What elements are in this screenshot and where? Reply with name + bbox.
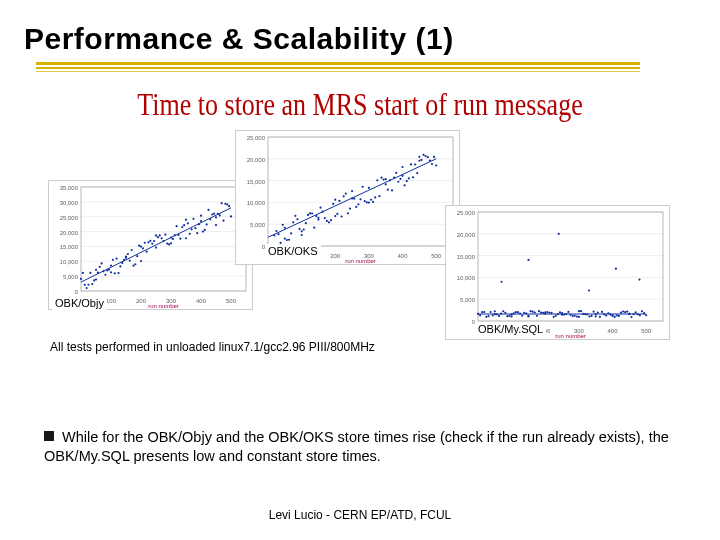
svg-point-140 [277, 233, 279, 235]
svg-point-179 [351, 190, 353, 192]
subtitle: Time to store an MRS start of run messag… [0, 86, 720, 124]
svg-point-222 [431, 163, 433, 165]
test-env-caption: All tests performed in unloaded linux7.1… [50, 340, 375, 354]
svg-point-111 [226, 203, 228, 205]
svg-point-185 [362, 186, 364, 188]
svg-point-203 [395, 172, 397, 174]
bullet-icon [44, 431, 54, 441]
svg-point-183 [357, 203, 359, 205]
svg-point-53 [129, 260, 131, 262]
svg-point-220 [427, 156, 429, 158]
svg-point-109 [222, 220, 224, 222]
svg-point-87 [185, 237, 187, 239]
svg-point-312 [601, 311, 603, 313]
svg-point-107 [219, 214, 221, 216]
svg-point-186 [364, 200, 366, 202]
svg-point-255 [494, 310, 496, 312]
svg-point-74 [164, 234, 166, 236]
svg-point-219 [425, 155, 427, 157]
svg-point-30 [91, 283, 93, 285]
svg-point-340 [588, 289, 590, 291]
svg-text:0: 0 [75, 289, 79, 295]
svg-point-83 [179, 238, 181, 240]
svg-point-252 [490, 311, 492, 313]
svg-point-209 [406, 180, 408, 182]
svg-point-167 [328, 221, 330, 223]
svg-point-62 [144, 242, 146, 244]
svg-point-257 [498, 315, 500, 317]
svg-point-328 [630, 316, 632, 318]
svg-point-25 [82, 272, 84, 274]
svg-point-205 [399, 178, 401, 180]
svg-point-323 [622, 310, 624, 312]
svg-point-325 [626, 310, 628, 312]
svg-point-99 [206, 223, 208, 225]
svg-point-168 [330, 219, 332, 221]
svg-text:200: 200 [330, 253, 341, 259]
svg-point-207 [401, 166, 403, 168]
svg-point-310 [597, 311, 599, 313]
svg-point-67 [153, 240, 155, 242]
svg-point-332 [639, 314, 641, 316]
svg-point-84 [181, 226, 183, 228]
svg-text:run number: run number [345, 258, 376, 264]
chart-label-oks: OBK/OKS [265, 244, 321, 258]
svg-point-277 [536, 315, 538, 317]
svg-point-212 [412, 176, 414, 178]
svg-point-81 [176, 225, 178, 227]
svg-point-103 [213, 213, 215, 215]
svg-point-105 [215, 224, 217, 226]
svg-text:400: 400 [196, 298, 207, 304]
svg-point-248 [481, 311, 483, 313]
svg-rect-134 [268, 137, 453, 246]
charts-area: 05,00010,00015,00020,00025,00030,00035,0… [0, 130, 720, 360]
svg-point-28 [87, 284, 89, 286]
chart-obk-objy: 05,00010,00015,00020,00025,00030,00035,0… [48, 180, 253, 310]
svg-point-165 [324, 217, 326, 219]
svg-point-76 [168, 243, 170, 245]
svg-point-149 [294, 215, 296, 217]
svg-point-33 [95, 278, 97, 280]
svg-point-297 [574, 315, 576, 317]
svg-point-330 [635, 311, 637, 313]
svg-text:25,000: 25,000 [457, 210, 476, 216]
svg-point-217 [420, 159, 422, 161]
svg-point-214 [416, 172, 418, 174]
svg-point-223 [433, 156, 435, 158]
svg-point-43 [112, 259, 114, 261]
svg-point-65 [149, 240, 151, 242]
svg-point-58 [138, 245, 140, 247]
svg-text:5,000: 5,000 [460, 297, 476, 303]
svg-point-170 [334, 199, 336, 201]
svg-point-86 [185, 219, 187, 221]
chart-label-mysql: OBK/My.SQL [475, 322, 546, 336]
svg-text:run number: run number [148, 303, 179, 309]
svg-point-163 [319, 207, 321, 209]
svg-point-266 [515, 311, 517, 313]
svg-point-189 [368, 202, 370, 204]
svg-point-156 [307, 214, 309, 216]
svg-point-146 [288, 239, 290, 241]
svg-point-194 [378, 195, 380, 197]
svg-point-78 [170, 242, 172, 244]
svg-point-195 [380, 177, 382, 179]
svg-point-339 [558, 233, 560, 235]
svg-point-143 [284, 227, 286, 229]
svg-point-36 [101, 262, 103, 264]
svg-point-152 [301, 234, 303, 236]
svg-point-139 [275, 230, 277, 232]
svg-point-46 [117, 272, 119, 274]
svg-point-196 [383, 178, 385, 180]
svg-text:5,000: 5,000 [250, 222, 266, 228]
svg-point-198 [385, 178, 387, 180]
svg-point-93 [196, 232, 198, 234]
svg-point-159 [313, 227, 315, 229]
svg-line-114 [81, 208, 231, 282]
svg-point-177 [347, 212, 349, 214]
svg-point-100 [207, 209, 209, 211]
svg-point-104 [215, 216, 217, 218]
svg-point-26 [84, 284, 86, 286]
svg-point-63 [146, 251, 148, 253]
svg-point-305 [588, 315, 590, 317]
svg-point-251 [487, 315, 489, 317]
